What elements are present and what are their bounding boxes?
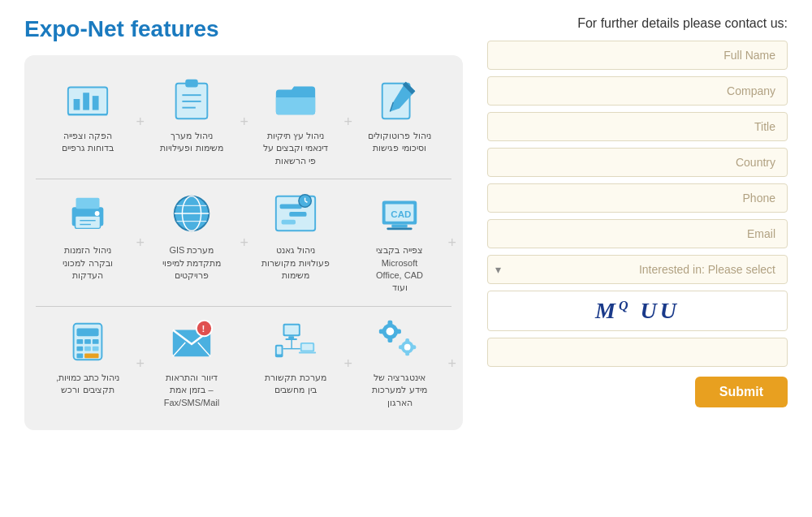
svg-rect-71 [399,345,404,349]
globe-icon [167,189,216,238]
country-field[interactable] [487,148,788,177]
appointments-label: ניהול הזמנותובקרה למכוניהעדקות [63,244,112,282]
protocols-label: ניהול פרוטוקוליםוסיכומי פגישות [368,130,430,155]
svg-rect-69 [405,338,409,343]
features-grid: הפקה וצפייהבדוחות גרפיים ניהול מערךמשימו… [36,67,451,419]
interested-dropdown-wrapper[interactable]: Interested in: Please select Option 1 Op… [487,255,788,284]
svg-rect-36 [76,328,98,336]
email-field[interactable] [487,219,788,248]
left-panel: Expo-Net features הפקה וצפייהבדוחות גרפי… [24,16,463,501]
contact-title: :For further details please contact us [487,16,788,31]
dropdown-container[interactable]: Interested in: Please select Option 1 Op… [487,255,788,284]
svg-rect-6 [185,80,197,88]
feature-protocols: ניהול פרוטוקוליםוסיכומי פגישות [348,67,451,177]
svg-rect-51 [284,325,298,334]
page-title: Expo-Net features [24,16,463,42]
country-input[interactable] [487,148,788,177]
feature-appointments: ניהול הזמנותובקרה למכוניהעדקות [36,181,140,304]
printer-icon [63,189,112,238]
full-name-field[interactable] [487,41,788,70]
svg-point-62 [387,327,395,335]
svg-text:CAD: CAD [391,209,411,219]
svg-rect-33 [387,228,412,230]
dynamic-label: ניהול עץ תיקיותדינאמי וקבצים עלפי הרשאות [263,130,328,167]
network-label: מערכת תקשורתבין מחשבים [265,372,326,397]
edit-icon [375,75,424,123]
feature-gis: מערכת GISמתקדמת למיפויפרויקטים [140,181,244,304]
svg-rect-56 [299,351,316,353]
svg-rect-32 [391,225,407,228]
submit-wrapper: Submit [487,373,788,407]
cad-label: צפייה בקבציMicrosoftOffice, CADועוד [376,244,423,295]
feature-analytics: הפקה וצפייהבדוחות גרפיים [36,67,140,177]
svg-rect-63 [388,321,393,327]
features-container: הפקה וצפייהבדוחות גרפיים ניהול מערךמשימו… [24,55,463,430]
right-panel: :For further details please contact us I… [487,16,788,501]
title-input[interactable] [487,112,788,141]
documents-label: ניהול כתב כמויות,תקציבים ורכש [56,372,119,397]
row-divider-1 [36,179,451,179]
feature-cad: CAD צפייה בקבציMicrosoftOffice, CADועוד [348,181,451,304]
svg-point-68 [404,344,411,351]
svg-rect-43 [76,353,83,358]
feature-documents: ניהול כתב כמויות,תקציבים ורכש [36,308,140,419]
svg-rect-66 [395,329,401,334]
svg-rect-53 [285,338,297,340]
interested-select[interactable]: Interested in: Please select Option 1 Op… [487,255,788,284]
company-field[interactable] [487,76,788,106]
svg-rect-70 [405,351,409,355]
svg-rect-55 [302,344,313,351]
svg-point-15 [95,211,100,216]
cad-icon: CAD [375,189,424,238]
envelope-icon: ! [167,317,216,365]
captcha-image: MQ UU [487,291,788,331]
analytics-label: הפקה וצפייהבדוחות גרפיים [62,130,114,155]
svg-rect-64 [388,336,393,343]
svg-rect-3 [93,96,99,110]
feature-gantt: ניהול גאנטפעולויות מקושרותמשימות [244,181,348,304]
svg-rect-25 [289,212,306,217]
captcha-field[interactable] [487,338,788,367]
integration-label: אינטגרציה שלמידע למערכותהארגון [372,372,426,409]
feature-dynamic: ניהול עץ תיקיותדינאמי וקבצים עלפי הרשאות [244,67,348,177]
gis-label: מערכת GISמתקדמת למיפויפרויקטים [162,244,221,282]
svg-rect-37 [76,339,83,344]
captcha-input[interactable] [487,338,788,367]
svg-rect-39 [93,339,99,344]
company-input[interactable] [487,76,788,106]
svg-rect-42 [93,347,99,351]
messaging-label: דיוור והתראות– בזמן אמתFax/SMS/Mail [164,372,219,409]
svg-rect-1 [74,99,80,110]
gantt-icon [271,189,320,238]
svg-rect-40 [76,347,83,351]
feature-tasks: ניהול מערךמשימות ופעילויות [140,67,244,177]
svg-rect-65 [379,329,386,334]
svg-rect-14 [76,216,101,228]
feature-integration: אינטגרציה שלמידע למערכותהארגון [348,308,451,419]
captcha-text: MQ UU [595,298,680,323]
folder-icon [271,75,320,123]
email-input[interactable] [487,219,788,248]
clipboard-icon [167,75,216,123]
phone-field[interactable] [487,183,788,213]
network-icon [271,317,320,365]
feature-network: מערכת תקשורתבין מחשבים [244,308,348,419]
svg-rect-2 [83,93,89,110]
submit-button[interactable]: Submit [695,377,788,407]
analytics-icon [63,75,112,123]
gantt-label: ניהול גאנטפעולויות מקושרותמשימות [261,244,329,282]
row-divider-2 [36,306,451,307]
svg-text:!: ! [202,323,205,334]
svg-rect-24 [280,205,302,209]
svg-rect-72 [412,345,417,349]
svg-rect-13 [76,198,100,209]
calculator-icon [63,317,112,365]
phone-input[interactable] [487,183,788,213]
tasks-label: ניהול מערךמשימות ופעילויות [160,130,222,155]
svg-rect-26 [282,220,296,225]
feature-messaging: ! דיוור והתראות– בזמן אמתFax/SMS/Mail [140,308,244,419]
full-name-input[interactable] [487,41,788,70]
svg-rect-38 [84,339,91,344]
title-field[interactable] [487,112,788,141]
svg-rect-41 [84,347,91,351]
